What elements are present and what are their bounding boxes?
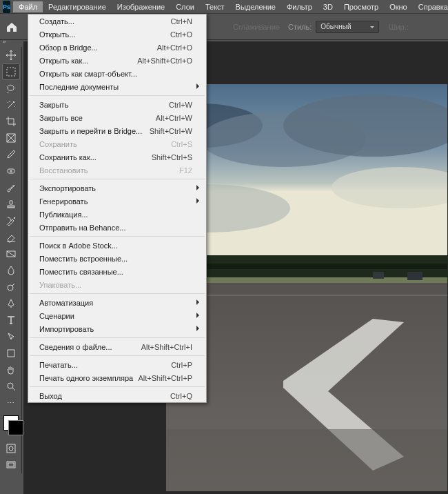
menu-item-shortcut: Shift+Ctrl+W xyxy=(150,127,192,135)
menu-просмотр[interactable]: Просмотр xyxy=(338,1,384,12)
svg-rect-18 xyxy=(166,264,447,269)
brush-tool[interactable] xyxy=(2,179,20,196)
marquee-tool[interactable] xyxy=(2,63,20,80)
menu-item[interactable]: Сценарии xyxy=(28,309,206,322)
menu-separator xyxy=(30,179,205,179)
menu-item-label: Генерировать xyxy=(39,197,88,206)
dodge-tool[interactable] xyxy=(2,279,20,295)
svg-point-4 xyxy=(8,285,13,290)
menu-item[interactable]: Последние документы xyxy=(28,80,206,93)
menu-item[interactable]: Печать одного экземпляраAlt+Shift+Ctrl+P xyxy=(28,371,206,384)
menu-separator xyxy=(30,293,205,294)
svg-rect-22 xyxy=(407,272,422,280)
menu-выделение[interactable]: Выделение xyxy=(230,1,281,12)
menu-item-label: Закрыть xyxy=(39,101,68,109)
menu-item[interactable]: Открыть как...Alt+Shift+Ctrl+O xyxy=(28,54,206,67)
menu-item[interactable]: Автоматизация xyxy=(28,296,206,309)
menu-item[interactable]: Поместить встроенные... xyxy=(28,252,206,265)
menu-item[interactable]: Обзор в Bridge...Alt+Ctrl+O xyxy=(28,41,206,54)
edit-toolbar-button[interactable]: ⋯ xyxy=(2,395,20,411)
menu-item[interactable]: Печатать...Ctrl+P xyxy=(28,358,206,371)
pen-tool[interactable] xyxy=(2,295,20,312)
menu-item: ВосстановитьF12 xyxy=(28,164,206,177)
menu-item-shortcut: Ctrl+N xyxy=(171,17,192,26)
screen-mode-button[interactable] xyxy=(2,457,20,473)
crop-tool[interactable] xyxy=(2,113,20,130)
zoom-tool[interactable] xyxy=(2,378,20,395)
menu-item-label: Восстановить xyxy=(39,166,88,175)
type-tool[interactable] xyxy=(2,312,20,328)
style-dropdown[interactable]: Обычный xyxy=(316,21,379,33)
menu-item-shortcut: Alt+Ctrl+W xyxy=(156,114,192,122)
main-menubar: Ps ФайлРедактированиеИзображениеСлоиТекс… xyxy=(0,0,448,14)
eraser-tool[interactable] xyxy=(2,229,20,246)
menu-item: СохранитьCtrl+S xyxy=(28,137,206,150)
menu-item[interactable]: Закрыть всеAlt+Ctrl+W xyxy=(28,111,206,124)
canvas[interactable] xyxy=(166,84,447,491)
menu-item[interactable]: Создать...Ctrl+N xyxy=(28,14,206,28)
home-button[interactable] xyxy=(6,21,18,32)
menu-item-label: Создать... xyxy=(39,17,74,26)
menu-item[interactable]: Сохранить как...Shift+Ctrl+S xyxy=(28,150,206,164)
tools-panel: ⋯ xyxy=(0,47,22,473)
path-select-tool[interactable] xyxy=(2,328,20,345)
shape-tool[interactable] xyxy=(2,345,20,362)
lasso-tool[interactable] xyxy=(2,80,20,97)
hand-tool[interactable] xyxy=(2,362,20,378)
menu-item[interactable]: Генерировать xyxy=(28,195,206,208)
menu-item[interactable]: Открыть как смарт-объект... xyxy=(28,67,206,80)
menu-item[interactable]: ВыходCtrl+Q xyxy=(28,389,206,402)
history-brush-tool[interactable] xyxy=(2,213,20,229)
menu-item-shortcut: F12 xyxy=(179,166,192,175)
svg-rect-24 xyxy=(166,295,447,296)
healing-brush-tool[interactable] xyxy=(2,163,20,179)
svg-point-6 xyxy=(8,383,13,388)
menu-item-label: Закрыть и перейти в Bridge... xyxy=(39,127,142,135)
frame-tool[interactable] xyxy=(2,130,20,146)
menu-item[interactable]: Поиск в Adobe Stock... xyxy=(28,239,206,252)
stamp-tool[interactable] xyxy=(2,196,20,213)
menu-item-label: Экспортировать xyxy=(39,184,96,192)
move-tool[interactable] xyxy=(2,47,20,63)
menu-item[interactable]: Отправить на Behance... xyxy=(28,221,206,234)
menu-item-shortcut: Ctrl+O xyxy=(170,30,192,39)
svg-point-8 xyxy=(9,446,13,451)
menu-редактирование[interactable]: Редактирование xyxy=(43,1,112,12)
menu-фильтр[interactable]: Фильтр xyxy=(281,1,318,12)
menu-файл[interactable]: Файл xyxy=(13,1,43,12)
menu-item-label: Последние документы xyxy=(39,83,119,91)
menu-separator xyxy=(30,236,205,237)
menu-справка[interactable]: Справка xyxy=(413,1,448,12)
menu-item-label: Печатать... xyxy=(39,361,78,369)
menu-item-label: Поместить связанные... xyxy=(39,268,123,276)
blur-tool[interactable] xyxy=(2,262,20,279)
menu-item[interactable]: ЗакрытьCtrl+W xyxy=(28,98,206,111)
menu-item[interactable]: Экспортировать xyxy=(28,181,206,195)
gradient-tool[interactable] xyxy=(2,246,20,262)
magic-wand-tool[interactable] xyxy=(2,97,20,113)
menu-слои[interactable]: Слои xyxy=(170,1,200,12)
menu-item-shortcut: Shift+Ctrl+S xyxy=(152,153,192,161)
menu-item[interactable]: Закрыть и перейти в Bridge...Shift+Ctrl+… xyxy=(28,124,206,137)
collapse-chevron-icon[interactable]: » xyxy=(3,39,5,45)
menu-item-shortcut: Alt+Shift+Ctrl+O xyxy=(137,57,192,65)
menu-окно[interactable]: Окно xyxy=(384,1,413,12)
menu-item-shortcut: Ctrl+S xyxy=(171,140,192,148)
menu-item[interactable]: Поместить связанные... xyxy=(28,265,206,278)
menu-item[interactable]: Импортировать xyxy=(28,322,206,335)
eyedropper-tool[interactable] xyxy=(2,146,20,163)
menu-item-label: Сохранить xyxy=(39,140,77,148)
menu-изображение[interactable]: Изображение xyxy=(112,1,170,12)
color-swatch[interactable] xyxy=(3,415,19,431)
menu-item[interactable]: Сведения о файле...Alt+Shift+Ctrl+I xyxy=(28,340,206,353)
menu-item[interactable]: Публикация... xyxy=(28,208,206,221)
menu-item[interactable]: Открыть...Ctrl+O xyxy=(28,28,206,41)
menu-3d[interactable]: 3D xyxy=(318,1,338,12)
menu-item-label: Поместить встроенные... xyxy=(39,255,128,263)
quick-mask-button[interactable] xyxy=(2,440,20,457)
menu-item-shortcut: Ctrl+P xyxy=(171,361,192,369)
menu-item-label: Публикация... xyxy=(39,210,88,219)
menu-текст[interactable]: Текст xyxy=(200,1,230,12)
menu-item-label: Обзор в Bridge... xyxy=(39,43,98,52)
submenu-arrow-icon xyxy=(196,326,202,331)
